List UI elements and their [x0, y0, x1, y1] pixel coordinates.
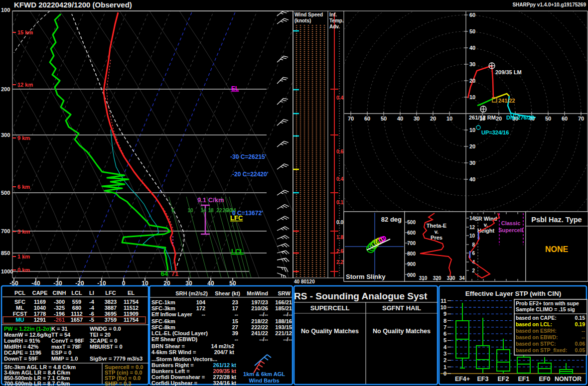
svg-text:500: 500: [1, 190, 10, 196]
sars-supercell-body[interactable]: No Quality Matches: [301, 328, 359, 335]
srwind-panel[interactable]: 1412 108 64 2 SR Wind v. Height Classic …: [466, 212, 526, 281]
svg-text:261/12 kt: 261/12 kt: [213, 362, 237, 368]
svg-text:324/16 kt: 324/16 kt: [213, 380, 237, 386]
svg-text:based on CAPE:: based on CAPE:: [516, 315, 557, 321]
height-ticks: [12, 32, 16, 270]
hodo-dn-label: DN=276/28: [506, 115, 534, 121]
svg-text:10: 10: [469, 127, 475, 133]
svg-text:based on EBWD:: based on EBWD:: [516, 334, 558, 340]
svg-text:4-6km SR Wind =: 4-6km SR Wind =: [151, 349, 196, 355]
svg-text:MBURST = 0: MBURST = 0: [90, 344, 123, 350]
svg-text:PW = 1.22in (1-2σ): PW = 1.22in (1-2σ): [4, 326, 52, 332]
svg-text:330: 330: [447, 275, 455, 281]
hodo-lm-marker: [489, 63, 495, 69]
svg-text:based on STP_fixed:: based on STP_fixed:: [516, 347, 567, 353]
svg-text:1: 1: [443, 364, 446, 370]
hodo-rm-marker: [480, 106, 486, 112]
svg-text:Eff Shear (EBWD): Eff Shear (EBWD): [151, 336, 198, 342]
wind-barbs: [276, 8, 289, 280]
svg-text:6: 6: [472, 251, 475, 256]
sars-panel[interactable]: RS - Sounding Analogue Syst SUPERCELL SG…: [294, 286, 438, 385]
lcl-label: LCL: [231, 248, 244, 255]
svg-text:000: 000: [407, 272, 416, 278]
sars-hail-body[interactable]: No Quality Matches: [373, 328, 431, 335]
svg-text:40: 40: [469, 176, 475, 182]
svg-text:Prob EF2+ torn with supe: Prob EF2+ torn with supe: [516, 300, 579, 306]
svg-text:-325: -325: [54, 305, 65, 311]
svg-text:0.19: 0.19: [575, 321, 586, 327]
stp-legend: Prob EF2+ torn with supe Sample CLIMO = …: [514, 299, 587, 355]
svg-text:1040: 1040: [34, 305, 46, 311]
svg-text:Shear (kt): Shear (kt): [215, 290, 240, 296]
slinky-title: Storm Slinky: [346, 273, 386, 280]
svg-text:SRH (m2/s2): SRH (m2/s2): [175, 290, 208, 296]
kinematics-panel[interactable]: SRH (m2/s2) Shear (kt) MnWind SRW SFC-1k…: [149, 286, 293, 386]
svg-text:0.4: 0.4: [336, 176, 343, 182]
svg-text:14: 14: [200, 208, 206, 213]
temp-adv-panel[interactable]: Inf. Temp. Adv. 0.4 0.6 0.4 0.1 0.0 1.8 …: [329, 12, 344, 277]
skewt-frame: [12, 11, 293, 278]
thetae-title-1: Theta-E: [427, 223, 446, 229]
hodo-labels-down: 1020 3040: [469, 127, 475, 182]
svg-text:9: 9: [443, 311, 446, 317]
svg-text:0.1: 0.1: [336, 200, 343, 205]
svg-text:50: 50: [381, 116, 387, 122]
svg-text:-261: -261: [54, 317, 65, 323]
svg-text:1 km: 1 km: [17, 254, 30, 259]
svg-text:50: 50: [545, 116, 551, 122]
svg-text:BRN Shear =: BRN Shear =: [151, 343, 185, 349]
stp-panel[interactable]: Effective Layer STP (with CIN) 1110 98 7…: [439, 286, 587, 385]
svg-text:3CAPE = 0: 3CAPE = 0: [90, 338, 117, 344]
svg-text:SFC-1km: SFC-1km: [151, 299, 175, 305]
svg-text:20: 20: [469, 143, 475, 149]
svg-text:1000: 1000: [1, 268, 13, 274]
svg-text:320: 320: [433, 275, 441, 281]
hodo-labels-left: 7060 5040 3020 10: [348, 116, 452, 122]
wind-speed-panel[interactable]: Wind Speed (knots) 40 80120: [293, 12, 324, 284]
svg-text:50: 50: [469, 28, 475, 34]
svg-text:17: 17: [232, 305, 238, 311]
svg-text:0.15: 0.15: [575, 315, 586, 321]
svg-text:-300: -300: [54, 299, 65, 305]
hazard-title: Psbl Haz. Type: [531, 216, 582, 224]
svg-text:--: --: [235, 311, 239, 317]
mixing-ratio-labels: 610 1418 2226 3034: [171, 208, 236, 213]
svg-text:2: 2: [443, 357, 446, 363]
svg-text:EL: EL: [128, 290, 135, 296]
svg-text:222/22: 222/22: [251, 324, 268, 330]
svg-text:500: 500: [407, 220, 416, 225]
svg-text:15: 15: [232, 318, 238, 324]
svg-text:60: 60: [562, 116, 568, 122]
temperature-trace: [104, 12, 176, 270]
skewt-panel[interactable]: 100200 300500 700850 1000 15 km12 km 9 k…: [0, 7, 322, 287]
svg-text:15 km: 15 km: [17, 29, 33, 35]
svg-text:14 m2/s2: 14 m2/s2: [211, 343, 234, 349]
svg-text:11754: 11754: [124, 317, 139, 323]
thermo-panel[interactable]: PCLCAPE CINHLCL LILFC EL SFC1169-300559-…: [1, 286, 148, 386]
svg-text:MidRH = 42%: MidRH = 42%: [4, 344, 39, 350]
storm-slinky-panel[interactable]: 82 deg Storm Slinky: [344, 212, 405, 281]
svg-text:0: 0: [443, 371, 446, 377]
svg-text:600: 600: [407, 230, 416, 236]
svg-text:-5: -5: [89, 317, 94, 323]
el-label: EL: [231, 85, 239, 92]
svg-text:559: 559: [72, 299, 81, 305]
svg-text:700: 700: [1, 228, 10, 234]
svg-text:60: 60: [364, 116, 370, 122]
svg-text:Corfidi Upshear =: Corfidi Upshear =: [151, 380, 197, 386]
svg-text:172: 172: [196, 305, 205, 311]
svg-text:210/26: 210/26: [251, 305, 268, 311]
svg-text:1.8: 1.8: [336, 235, 343, 240]
svg-text:3823: 3823: [105, 299, 117, 305]
svg-text:241/22: 241/22: [251, 330, 268, 336]
svg-text:6: 6: [171, 208, 174, 213]
hazard-value: NONE: [545, 245, 569, 254]
svg-text:188/16: 188/16: [275, 318, 292, 324]
hazard-panel[interactable]: Psbl Haz. Type NONE: [526, 212, 588, 281]
thetae-panel[interactable]: 500600 700800 900000 310320 33034 Theta-…: [405, 212, 466, 281]
slinky-deg-label: 82 deg: [381, 216, 402, 223]
svg-text:MeanW = 12.6g/kg: MeanW = 12.6g/kg: [4, 332, 51, 338]
thetae-title-2: v.: [435, 229, 439, 235]
skewt-background: [0, 8, 322, 280]
svg-text:1291: 1291: [34, 317, 46, 323]
